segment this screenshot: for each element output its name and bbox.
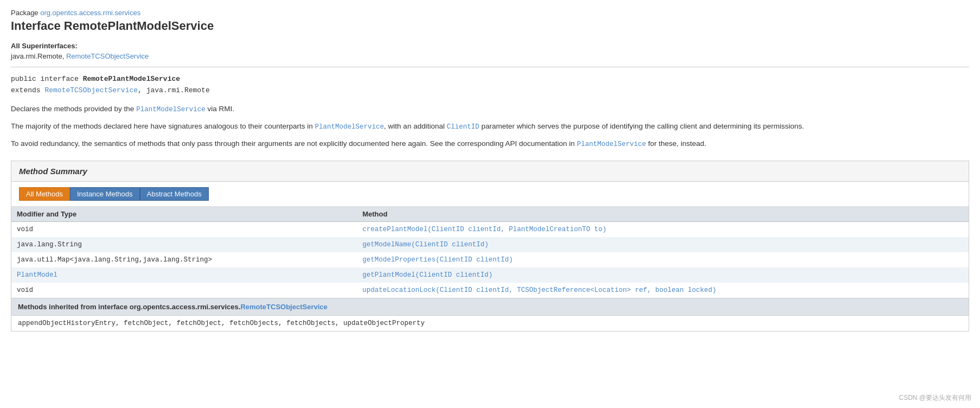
inherited-methods-row: appendObjectHistoryEntry, fetchObject, f… bbox=[11, 315, 969, 331]
description-3: To avoid redundancy, the semantics of me… bbox=[11, 138, 969, 150]
modifier-cell: java.lang.String bbox=[11, 237, 357, 252]
table-row: voidcreatePlantModel(ClientID clientId, … bbox=[11, 221, 969, 237]
code-public-interface: public interface bbox=[11, 75, 83, 83]
col-method-header: Method bbox=[357, 207, 969, 222]
code-declaration: public interface RemotePlantModelService… bbox=[11, 74, 969, 97]
table-row: PlantModelgetPlantModel(ClientID clientI… bbox=[11, 267, 969, 283]
method-summary-section: Method Summary All Methods Instance Meth… bbox=[11, 161, 969, 331]
code-extends: extends bbox=[11, 86, 44, 94]
abstract-methods-button[interactable]: Abstract Methods bbox=[140, 187, 209, 201]
superinterfaces-value: java.rmi.Remote, RemoteTCSObjectService bbox=[11, 52, 969, 60]
desc2-link2[interactable]: ClientID bbox=[447, 123, 479, 131]
superinterfaces-link[interactable]: RemoteTCSObjectService bbox=[66, 52, 149, 60]
method-link[interactable]: updateLocationLock(ClientID clientId, TC… bbox=[362, 286, 716, 294]
table-header-row: Modifier and Type Method bbox=[11, 207, 969, 222]
code-line2: extends RemoteTCSObjectService, java.rmi… bbox=[11, 85, 969, 97]
code-interface-name: RemotePlantModelService bbox=[83, 75, 180, 83]
modifier-cell: PlantModel bbox=[11, 267, 357, 283]
col-modifier-header: Modifier and Type bbox=[11, 207, 357, 222]
modifier-link[interactable]: PlantModel bbox=[17, 271, 57, 279]
desc3-link[interactable]: PlantModelService bbox=[577, 141, 646, 148]
package-line: Package org.opentcs.access.rmi.services bbox=[11, 9, 969, 17]
method-link[interactable]: getPlantModel(ClientID clientId) bbox=[362, 271, 492, 279]
table-row: voidupdateLocationLock(ClientID clientId… bbox=[11, 283, 969, 298]
description-2: The majority of the methods declared her… bbox=[11, 120, 969, 132]
method-link[interactable]: getModelName(ClientID clientId) bbox=[362, 241, 489, 248]
desc2-link1[interactable]: PlantModelService bbox=[315, 123, 385, 131]
method-cell: getModelProperties(ClientID clientId) bbox=[357, 252, 969, 267]
all-methods-button[interactable]: All Methods bbox=[19, 187, 70, 201]
method-cell: getModelName(ClientID clientId) bbox=[357, 237, 969, 252]
table-row: java.lang.StringgetModelName(ClientID cl… bbox=[11, 237, 969, 252]
package-link[interactable]: org.opentcs.access.rmi.services bbox=[40, 9, 140, 17]
page-title: Interface RemotePlantModelService bbox=[11, 19, 969, 33]
description-1: Declares the methods provided by the Pla… bbox=[11, 103, 969, 115]
code-extends-link1[interactable]: RemoteTCSObjectService bbox=[44, 86, 138, 94]
modifier-cell: void bbox=[11, 283, 357, 298]
superinterfaces-plain: java.rmi.Remote, bbox=[11, 52, 66, 60]
table-row: java.util.Map<java.lang.String,java.lang… bbox=[11, 252, 969, 267]
method-link[interactable]: getModelProperties(ClientID clientId) bbox=[362, 256, 513, 264]
method-cell: getPlantModel(ClientID clientId) bbox=[357, 267, 969, 283]
method-cell: createPlantModel(ClientID clientId, Plan… bbox=[357, 221, 969, 237]
inherited-methods-list: appendObjectHistoryEntry, fetchObject, f… bbox=[18, 320, 425, 327]
method-table: Modifier and Type Method voidcreatePlant… bbox=[11, 207, 969, 298]
code-extends-sep: , java.rmi.Remote bbox=[138, 86, 210, 94]
method-cell: updateLocationLock(ClientID clientId, TC… bbox=[357, 283, 969, 298]
package-label: Package bbox=[11, 9, 39, 17]
modifier-cell: java.util.Map<java.lang.String,java.lang… bbox=[11, 252, 357, 267]
superinterfaces-label: All Superinterfaces: bbox=[11, 42, 969, 50]
inherited-label: Methods inherited from interface org.ope… bbox=[18, 303, 240, 311]
inherited-section: Methods inherited from interface org.ope… bbox=[11, 298, 969, 315]
instance-methods-button[interactable]: Instance Methods bbox=[70, 187, 140, 201]
filter-buttons-row: All Methods Instance Methods Abstract Me… bbox=[11, 182, 969, 207]
method-summary-header: Method Summary bbox=[11, 161, 969, 182]
desc1-link[interactable]: PlantModelService bbox=[136, 106, 206, 113]
code-line1: public interface RemotePlantModelService bbox=[11, 74, 969, 85]
modifier-cell: void bbox=[11, 221, 357, 237]
inherited-link[interactable]: RemoteTCSObjectService bbox=[240, 303, 327, 311]
method-summary-title: Method Summary bbox=[19, 167, 87, 176]
method-link[interactable]: createPlantModel(ClientID clientId, Plan… bbox=[362, 226, 606, 233]
superinterfaces-section: All Superinterfaces: java.rmi.Remote, Re… bbox=[11, 42, 969, 60]
divider-top bbox=[11, 67, 969, 67]
